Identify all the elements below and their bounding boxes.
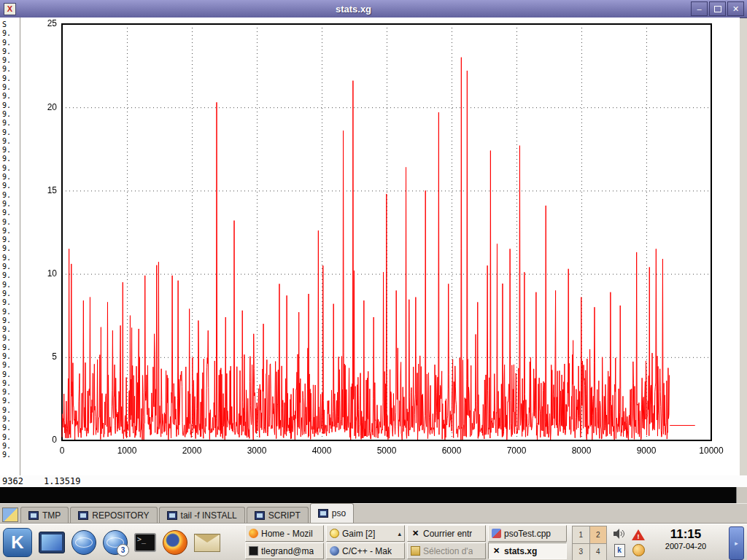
launcher-globe-clock[interactable]: 3 — [103, 530, 128, 555]
pager: 1234 — [572, 526, 607, 560]
pager-cell-3[interactable]: 3 — [573, 544, 589, 560]
coordinate-readout: 9362 1.13519 — [0, 475, 747, 487]
terminal-line: 9. — [2, 298, 20, 307]
taskbar-button-home-mozil[interactable]: Home - Mozil — [245, 525, 324, 542]
firefox-icon — [163, 530, 187, 555]
terminal-line: 9. — [2, 397, 20, 405]
terminal-line: 9. — [2, 316, 20, 325]
terminal-line: 9. — [2, 433, 20, 442]
session-tab-repository[interactable]: REPOSITORY — [70, 507, 157, 523]
terminal-line: 9. — [2, 343, 20, 352]
launcher-kmenu[interactable]: K — [3, 528, 32, 557]
terminal-line: 9. — [2, 352, 20, 361]
terminal-line: 9. — [2, 254, 20, 262]
terminal-line: S — [2, 20, 20, 29]
terminal-line: 9. — [2, 361, 20, 370]
window-titlebar[interactable]: X stats.xg – ✕ — [0, 0, 747, 18]
globe-icon — [71, 530, 96, 555]
terminal-line: 9. — [2, 271, 20, 280]
launcher-firefox[interactable] — [163, 530, 187, 555]
new-session-button[interactable] — [2, 508, 18, 522]
session-tab-tmp[interactable]: TMP — [20, 507, 69, 523]
notifier-icon[interactable] — [632, 544, 645, 556]
background-terminal[interactable]: S9.9.9.9.9.9.9.9.9.9.9.9.9.9.9.9.9.9.9.9… — [0, 18, 20, 475]
launcher-desktop-preview[interactable] — [39, 532, 65, 553]
pager-cell-1[interactable]: 1 — [573, 526, 589, 543]
pager-cell-2[interactable]: 2 — [590, 526, 607, 543]
taskbar-label: Courrier entr — [423, 529, 472, 539]
taskbar-button-courrier-entr[interactable]: ✕Courrier entr — [407, 525, 486, 542]
taskbar-row-1: Home - MozilGaim [2]▴✕Courrier entrpsoTe… — [245, 525, 569, 542]
taskbar-button-psotest-cpp[interactable]: psoTest.cpp — [488, 525, 567, 542]
taskbar-row-2: tlegrand@maC/C++ - MakSélection d'a✕stat… — [245, 542, 569, 559]
terminal-line: 9. — [2, 406, 20, 415]
terminal-line: 9. — [2, 182, 20, 190]
taskbar-label: psoTest.cpp — [504, 529, 551, 539]
terminal-line: 9. — [2, 209, 20, 217]
taskbar-label: C/C++ - Mak — [342, 546, 392, 556]
terminal-icon — [167, 511, 177, 520]
terminal-line: 9. — [2, 200, 20, 209]
terminal-line: 9. — [2, 281, 20, 289]
taskbar-button-stats-xg[interactable]: ✕stats.xg — [488, 542, 567, 559]
konsole-tabbar: TMPREPOSITORYtail -f INSTALLSCRIPTpso — [0, 503, 747, 524]
terminal-icon — [28, 511, 39, 520]
terminal-line: 9. — [2, 39, 20, 47]
xgraph-app-icon: X — [4, 3, 16, 15]
tab-label: TMP — [42, 510, 61, 521]
klipper-icon[interactable]: k — [614, 544, 625, 557]
terminal-line: 9. — [2, 29, 20, 38]
terminal-line: 9. — [2, 164, 20, 173]
terminal-icon — [249, 546, 258, 556]
terminal-line: 9. — [2, 244, 20, 253]
readout-y-value: 1.13519 — [44, 476, 81, 486]
pager-cell-4[interactable]: 4 — [590, 544, 607, 560]
terminal-line: 9. — [2, 128, 20, 137]
desktop-preview-icon — [39, 532, 65, 553]
group-arrow-icon: ▴ — [398, 530, 401, 537]
terminal-line: 9. — [2, 236, 20, 244]
terminal-line: 9. — [2, 370, 20, 379]
terminal-icon — [318, 509, 328, 518]
taskbar-label: Gaim [2] — [342, 529, 375, 539]
session-tab-pso[interactable]: pso — [310, 503, 354, 523]
resize-handle[interactable] — [736, 487, 747, 503]
eclipse-icon — [330, 546, 339, 556]
panel-hide-button[interactable]: ▸ — [729, 526, 744, 560]
session-tab-tail-f-install[interactable]: tail -f INSTALL — [159, 507, 245, 523]
launcher-globe[interactable] — [71, 530, 96, 555]
launcher-mail[interactable] — [194, 534, 220, 552]
panel-clock[interactable]: 11:15 2007-04-20 — [649, 527, 722, 551]
alert-icon[interactable]: ! — [632, 529, 645, 540]
terminal-line: 9. — [2, 119, 20, 128]
window-buttons: – ✕ — [691, 1, 744, 16]
volume-icon[interactable] — [613, 528, 626, 542]
terminal-line: 9. — [2, 191, 20, 200]
terminal-line: 9. — [2, 424, 20, 432]
terminal-line: 9. — [2, 289, 20, 298]
taskbar-button-s-lection-d-a[interactable]: Sélection d'a — [407, 542, 486, 559]
taskbar-button-gaim-2[interactable]: Gaim [2]▴ — [326, 525, 405, 542]
terminal-line: 9. — [2, 442, 20, 451]
terminal-icon — [255, 511, 265, 520]
tab-label: tail -f INSTALL — [181, 510, 237, 521]
launcher-terminal[interactable]: >_ — [134, 533, 156, 552]
taskbar-button-c-c-mak[interactable]: C/C++ - Mak — [326, 542, 405, 559]
clock-badge: 3 — [117, 544, 129, 556]
minimize-button[interactable]: – — [691, 1, 708, 16]
terminal-line: 9. — [2, 308, 20, 316]
readout-x-value: 9362 — [2, 476, 23, 486]
screen: X stats.xg – ✕ S9.9.9.9.9.9.9.9.9.9.9.9.… — [0, 0, 747, 560]
close-button[interactable]: ✕ — [727, 1, 744, 16]
maximize-button[interactable] — [709, 1, 726, 16]
terminal-line: 9. — [2, 379, 20, 388]
terminal-line: 9. — [2, 146, 20, 155]
session-tab-script[interactable]: SCRIPT — [247, 507, 309, 523]
terminal-line: 9. — [2, 47, 20, 56]
terminal-line: 9. — [2, 334, 20, 343]
taskbar-button-tlegrand-ma[interactable]: tlegrand@ma — [245, 542, 324, 559]
firefox-dot-icon — [249, 529, 258, 538]
tab-label: pso — [332, 508, 346, 518]
xgraph-canvas[interactable] — [20, 18, 740, 475]
terminal-line: 9. — [2, 415, 20, 424]
